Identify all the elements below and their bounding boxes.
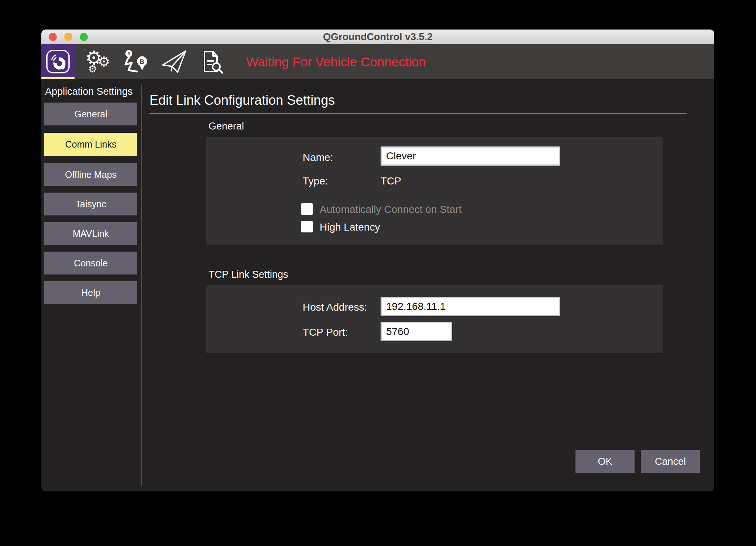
- general-section-panel: Name: Type: TCP Automatically Connect on…: [206, 137, 663, 245]
- name-input[interactable]: [381, 146, 560, 166]
- sidebar-item-general[interactable]: General: [44, 103, 137, 125]
- type-label: Type:: [303, 175, 328, 187]
- type-value: TCP: [381, 175, 401, 187]
- cancel-button[interactable]: Cancel: [641, 450, 700, 473]
- sidebar-item-comm-links[interactable]: Comm Links: [44, 133, 137, 156]
- qgroundcontrol-window: QGroundControl v3.5.2: [41, 30, 714, 491]
- sidebar-item-help[interactable]: Help: [44, 281, 137, 304]
- tab-fly[interactable]: [161, 49, 188, 75]
- tab-vehicle-setup[interactable]: ⚙ ⚙ ⚙: [85, 49, 112, 75]
- tab-plan[interactable]: A B: [123, 49, 150, 75]
- title-bar: QGroundControl v3.5.2: [41, 30, 714, 44]
- heading-divider: [150, 113, 687, 114]
- auto-connect-label: Automatically Connect on Start: [320, 204, 461, 215]
- route-ab-icon: A B: [123, 70, 150, 76]
- svg-text:B: B: [140, 58, 144, 65]
- tcp-port-input[interactable]: [381, 322, 452, 341]
- host-address-input[interactable]: [381, 297, 560, 316]
- general-section-label: General: [209, 121, 244, 132]
- svg-text:A: A: [127, 51, 131, 56]
- desktop-background: QGroundControl v3.5.2: [0, 0, 756, 546]
- tcp-section-label: TCP Link Settings: [209, 269, 288, 280]
- tab-analyze[interactable]: [200, 49, 226, 75]
- sidebar-item-console[interactable]: Console: [44, 252, 137, 274]
- settings-content: Application Settings General Comm Links …: [41, 79, 714, 491]
- ok-button[interactable]: OK: [575, 450, 635, 473]
- page-title: Edit Link Configuration Settings: [150, 93, 335, 108]
- sidebar-title: Application Settings: [45, 86, 133, 97]
- tab-settings-active[interactable]: [41, 44, 75, 79]
- window-title: QGroundControl v3.5.2: [41, 30, 714, 44]
- sidebar-item-mavlink[interactable]: MAVLink: [44, 222, 137, 245]
- sidebar-item-taisync[interactable]: Taisync: [44, 193, 137, 215]
- sidebar-item-offline-maps[interactable]: Offline Maps: [44, 163, 137, 186]
- tcp-port-label: TCP Port:: [303, 326, 348, 338]
- auto-connect-checkbox[interactable]: [301, 203, 313, 215]
- sidebar-divider: [141, 84, 142, 485]
- tcp-section-panel: Host Address: TCP Port:: [206, 285, 663, 353]
- high-latency-checkbox[interactable]: [301, 221, 313, 232]
- log-search-icon: [200, 70, 225, 76]
- host-address-label: Host Address:: [303, 301, 367, 313]
- name-label: Name:: [303, 152, 333, 163]
- paper-plane-icon: [161, 70, 188, 76]
- main-toolbar: ⚙ ⚙ ⚙ A B: [41, 44, 714, 79]
- high-latency-label: High Latency: [320, 221, 380, 233]
- vehicle-status-message: Waiting For Vehicle Connection: [246, 44, 426, 79]
